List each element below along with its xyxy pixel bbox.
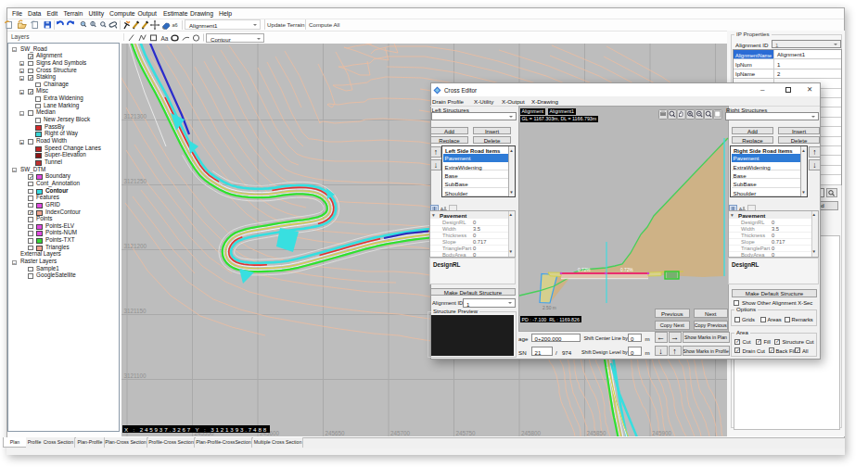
svg-text:a6: a6 [172,22,178,28]
svg-text:245750: 245750 [456,430,477,436]
svg-text:2.50 m: 2.50 m [542,306,556,310]
svg-text:Aa: Aa [161,35,169,42]
svg-text:3121250: 3121250 [124,178,147,184]
svg-text:245800: 245800 [521,430,542,436]
svg-text:245700: 245700 [390,430,411,436]
svg-text:3121150: 3121150 [124,308,147,314]
svg-text:245850: 245850 [587,430,607,436]
svg-text:245650: 245650 [326,430,346,436]
svg-text:3121200: 3121200 [124,243,147,249]
svg-text:0.72%: 0.72% [578,268,591,272]
svg-text:245900: 245900 [652,430,672,436]
svg-text:3121100: 3121100 [124,372,147,379]
svg-text:3121300: 3121300 [124,113,147,120]
svg-text:0.72%: 0.72% [620,268,633,272]
